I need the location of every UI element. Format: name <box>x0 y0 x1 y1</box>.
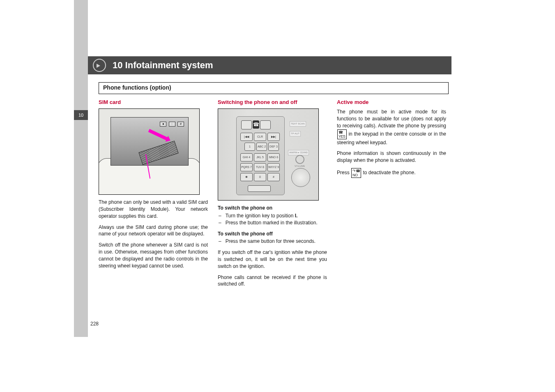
active-para-1: The phone must be in active mode for its… <box>337 108 446 146</box>
heading-switching: Switching the phone on and off <box>218 99 327 106</box>
sim-card-icon <box>138 141 178 165</box>
label-amfm-cdmd: AM/FM ▸ CD/MD <box>288 150 309 155</box>
active-para-3: Press ↷☎NO to deactivate the phone. <box>337 168 446 178</box>
figure-zoom-panel: ● : # <box>111 117 189 166</box>
list-item: Press the same button for three seconds. <box>218 238 327 245</box>
heading-sim-card: SIM card <box>99 99 208 106</box>
column-active-mode: Active mode The phone must be in active … <box>337 99 446 292</box>
chapter-header: 10 Infotainment system <box>88 56 451 74</box>
subhead-switch-on: To switch the phone on <box>218 205 327 212</box>
list-item: Press the button marked in the illustrat… <box>218 219 327 226</box>
left-margin-strip <box>74 0 88 337</box>
sim-para-2: Always use the SIM card during phone use… <box>99 224 208 238</box>
list-item: Turn the ignition key to position I. <box>218 212 327 219</box>
volume-dial-icon <box>291 168 310 187</box>
speaker-icon <box>93 59 106 72</box>
sim-para-1: The phone can only be used with a valid … <box>99 199 208 219</box>
active-para-2: Phone information is shown continuously … <box>337 150 446 164</box>
page: 10 10 Infotainment system Phone function… <box>0 0 555 392</box>
switch-off-note-1: If you switch off the car's ignition whi… <box>218 249 327 270</box>
page-number: 228 <box>90 321 99 327</box>
list-switch-on: Turn the ignition key to position I. Pre… <box>218 212 327 226</box>
sim-para-3: Switch off the phone whenever a SIM card… <box>99 242 208 269</box>
section-title-box: Phone functions (option) <box>99 82 449 94</box>
content-area: SIM card ● : # The phon <box>99 99 448 292</box>
chapter-title: 10 Infotainment system <box>113 59 213 72</box>
chapter-tab: 10 <box>74 110 88 120</box>
label-text-scan: TEXT SCAN <box>290 121 306 126</box>
column-switching: Switching the phone on and off ☎ |◀◀CLR▶… <box>218 99 327 292</box>
switch-off-note-2: Phone calls cannot be received if the ph… <box>218 274 327 288</box>
overhead-console-buttons: ● : # <box>159 120 184 127</box>
arrow-icon <box>148 129 168 141</box>
label-volume: VOLUME <box>294 164 306 168</box>
list-switch-off: Press the same button for three seconds. <box>218 238 327 245</box>
phone-icon: ☎ <box>253 120 259 129</box>
figure-sim-card-slot: ● : # <box>99 108 200 195</box>
figure-keypad: ☎ |◀◀CLR▶▶| 1ABC 2DEF 3 GHI 4JKL 5MNO 6 … <box>218 108 319 201</box>
subhead-switch-off: To switch the phone off <box>218 231 327 238</box>
column-sim-card: SIM card ● : # The phon <box>99 99 208 292</box>
envelope-icon <box>241 120 252 129</box>
section-title: Phone functions (option) <box>103 84 171 91</box>
book-icon <box>260 120 271 129</box>
phone-key-icon: ☎YES <box>337 129 347 139</box>
phone-no-key-icon: ↷☎NO <box>351 168 361 178</box>
keypad-top-icons: ☎ <box>241 120 271 129</box>
heading-active-mode: Active mode <box>337 99 446 106</box>
label-tp-aut: TP AUT <box>290 131 301 136</box>
keypad-enter-button <box>248 185 271 192</box>
